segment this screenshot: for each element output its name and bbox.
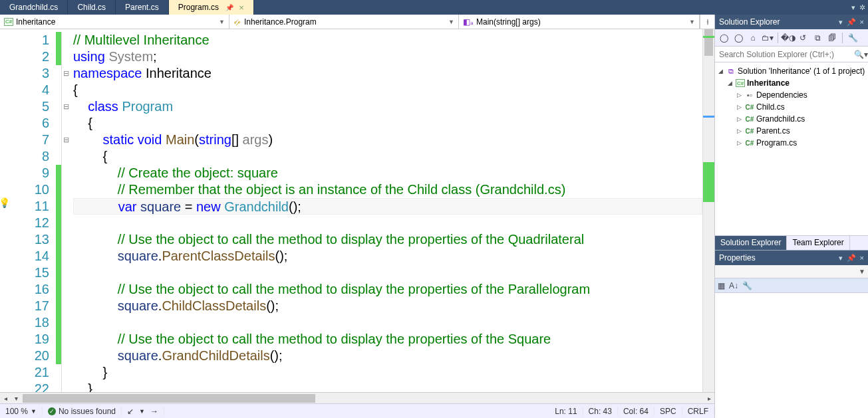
close-icon[interactable]: × — [239, 3, 244, 13]
scroll-left-icon[interactable]: ◂ — [0, 395, 11, 402]
outline-bar[interactable]: ⊟⊟⊟ — [61, 29, 71, 392]
alphabetical-icon[interactable]: A↓ — [729, 281, 738, 290]
nav-class-dropdown[interactable]: 🝰 Inheritance.Program ▼ — [229, 15, 459, 29]
line-number-gutter: 1234567891011121314151617181920212223 — [0, 29, 56, 392]
solution-tree[interactable]: ◢⧉Solution 'Inheritance' (1 of 1 project… — [715, 62, 868, 235]
scope-icon[interactable]: �◑ — [782, 32, 794, 44]
show-all-icon[interactable]: 🗐 — [826, 32, 838, 44]
tree-node[interactable]: ▷C#Child.cs — [716, 101, 867, 113]
code-nav-bar: C# Inheritance ▼ 🝰 Inheritance.Program ▼… — [0, 15, 714, 29]
sync-icon[interactable]: 🗀▾ — [762, 32, 774, 44]
split-editor-button[interactable]: ⫲ — [700, 15, 714, 29]
nav-project-label: Inheritance — [16, 17, 55, 27]
lightbulb-icon[interactable]: 💡 — [0, 197, 10, 208]
properties-grid — [715, 293, 868, 418]
tab-settings-icon[interactable]: ✲ — [859, 3, 865, 12]
chevron-down-icon: ▼ — [448, 19, 454, 25]
nav-class-label: Inheritance.Program — [244, 17, 317, 27]
document-tabs: Grandchild.csChild.csParent.csProgram.cs… — [0, 0, 868, 15]
tree-node[interactable]: ◢⧉Solution 'Inheritance' (1 of 1 project… — [716, 65, 867, 77]
solution-explorer-toolbar: ◯ ◯ ⌂ 🗀▾ �◑ ↺ ⧉ 🗐 🔧 — [715, 29, 868, 47]
zoom-level[interactable]: 100 % ▼ — [0, 407, 43, 416]
tree-node[interactable]: ▷▪▫Dependencies — [716, 89, 867, 101]
search-icon[interactable]: 🔍▾ — [853, 47, 868, 62]
nav-arrows[interactable]: ↙▼→ — [122, 407, 164, 416]
line-ending[interactable]: CRLF — [682, 407, 714, 416]
horizontal-scrollbar[interactable]: ◂ ▾ ▸ — [0, 392, 714, 403]
properties-toolbar: ▦ A↓ 🔧 — [715, 278, 868, 293]
code-editor[interactable]: 💡 1234567891011121314151617181920212223 … — [0, 29, 714, 392]
csharp-icon: C# — [4, 18, 13, 26]
nav-member-label: Main(string[] args) — [476, 17, 541, 27]
indent-mode[interactable]: SPC — [654, 407, 682, 416]
tab-solution-explorer[interactable]: Solution Explorer — [715, 236, 787, 250]
solution-search[interactable]: 🔍▾ — [715, 47, 868, 62]
solution-explorer-title: Solution Explorer ▾ 📌 × — [715, 15, 868, 29]
scroll-right-icon[interactable]: ▸ — [704, 395, 714, 402]
chevron-down-icon: ▼ — [219, 19, 225, 25]
tree-node[interactable]: ▷C#Parent.cs — [716, 125, 867, 137]
cursor-col: Col: 64 — [618, 407, 654, 416]
pin-icon[interactable]: 📌 — [847, 18, 856, 27]
categorized-icon[interactable]: ▦ — [718, 281, 725, 290]
issues-status[interactable]: ✓No issues found — [43, 407, 122, 416]
tree-node[interactable]: ◢C#Inheritance — [716, 77, 867, 89]
document-tab[interactable]: Parent.cs — [116, 0, 169, 15]
cursor-char: Ch: 43 — [583, 407, 618, 416]
cursor-line: Ln: 11 — [549, 407, 583, 416]
nav-project-dropdown[interactable]: C# Inheritance ▼ — [0, 15, 229, 29]
properties-title: Properties ▾ 📌 × — [715, 251, 868, 265]
home-icon[interactable]: ⌂ — [747, 32, 759, 44]
close-icon[interactable]: × — [860, 18, 864, 26]
class-icon: 🝰 — [233, 17, 241, 27]
change-indicator-bar — [56, 29, 61, 392]
nav-history-icon[interactable]: ▾ — [11, 395, 21, 402]
document-tab[interactable]: Grandchild.cs — [0, 0, 68, 15]
tab-team-explorer[interactable]: Team Explorer — [787, 236, 849, 250]
chevron-down-icon: ▼ — [689, 19, 695, 25]
pin-icon[interactable]: 📌 — [225, 4, 233, 11]
tree-node[interactable]: ▷C#Program.cs — [716, 137, 867, 149]
refresh-icon[interactable]: ↺ — [797, 32, 809, 44]
collapse-icon[interactable]: ⧉ — [811, 32, 823, 44]
panel-menu-icon[interactable]: ▾ — [839, 18, 843, 27]
forward-icon[interactable]: ◯ — [732, 32, 744, 44]
document-tab[interactable]: Program.cs📌× — [169, 0, 254, 15]
nav-member-dropdown[interactable]: ◧ₐ Main(string[] args) ▼ — [459, 15, 700, 29]
vertical-scrollbar[interactable] — [702, 29, 714, 392]
code-text[interactable]: // Multilevel Inheritanceusing System;na… — [71, 29, 702, 392]
back-icon[interactable]: ◯ — [718, 32, 730, 44]
panel-menu-icon[interactable]: ▾ — [839, 254, 843, 262]
tree-node[interactable]: ▷C#Grandchild.cs — [716, 113, 867, 125]
tab-overflow-icon[interactable]: ▾ — [851, 3, 855, 12]
status-bar: 100 % ▼ ✓No issues found ↙▼→ Ln: 11 Ch: … — [0, 403, 714, 418]
wrench-icon[interactable]: 🔧 — [742, 281, 752, 290]
document-tab[interactable]: Child.cs — [68, 0, 116, 15]
properties-object-dropdown[interactable]: ▼ — [715, 265, 868, 278]
properties-icon[interactable]: 🔧 — [847, 32, 859, 44]
pin-icon[interactable]: 📌 — [847, 254, 856, 262]
side-panel-tabs: Solution Explorer Team Explorer — [715, 235, 868, 250]
method-icon: ◧ₐ — [463, 17, 474, 27]
close-icon[interactable]: × — [860, 254, 864, 262]
solution-search-input[interactable] — [715, 47, 853, 62]
